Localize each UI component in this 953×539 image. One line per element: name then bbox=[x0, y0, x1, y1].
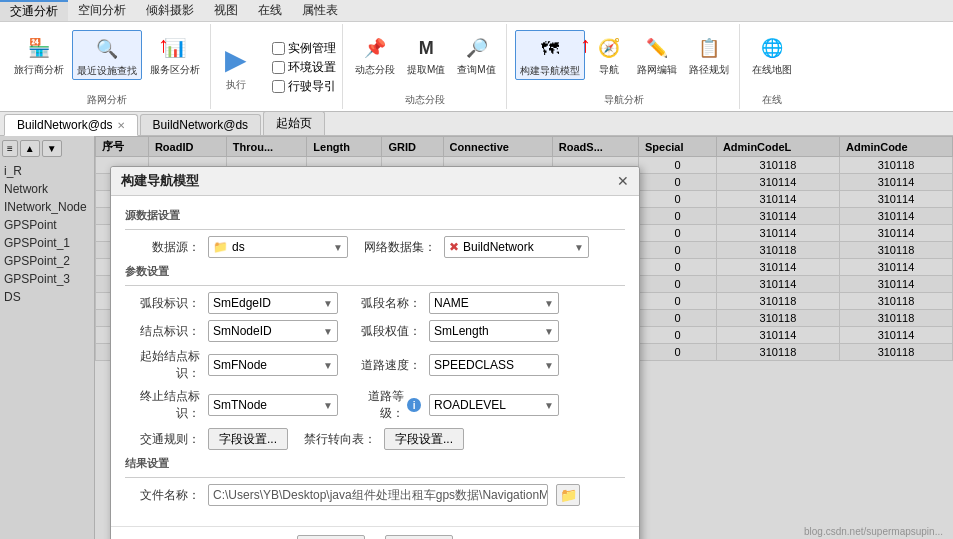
modal-close-button[interactable]: ✕ bbox=[617, 173, 629, 189]
instance-checkbox[interactable] bbox=[272, 42, 285, 55]
arc-name-arrow: ▼ bbox=[544, 298, 554, 309]
road-plan-icon: 📋 bbox=[693, 32, 725, 64]
network-arrow: ▼ bbox=[574, 242, 584, 253]
params-row-1: 弧段标识： SmEdgeID ▼ 弧段名称： NAME ▼ bbox=[125, 292, 625, 314]
ribbon-group-online: 🌐 在线地图 在线 bbox=[742, 24, 802, 109]
params-row-5: 交通规则： 字段设置... 禁行转向表： 字段设置... bbox=[125, 428, 625, 450]
params-row-3: 起始结点标识： SmFNode ▼ 道路速度： SPEEDCLASS ▼ bbox=[125, 348, 625, 382]
end-node-label: 终止结点标识： bbox=[125, 388, 200, 422]
source-divider bbox=[125, 229, 625, 230]
nav-button[interactable]: 🧭 导航 bbox=[589, 30, 629, 78]
query-m-icon: 🔎 bbox=[461, 32, 493, 64]
facility-icon: 🔍 bbox=[91, 33, 123, 65]
checkbox-env[interactable]: 环境设置 bbox=[272, 59, 336, 76]
nav-icon: 🧭 bbox=[593, 32, 625, 64]
source-section-label: 源数据设置 bbox=[125, 208, 625, 223]
modal-footer: 构建 取消 bbox=[111, 526, 639, 539]
datasource-arrow: ▼ bbox=[333, 242, 343, 253]
dynamic-icon: 📌 bbox=[359, 32, 391, 64]
road-level-info-icon[interactable]: i bbox=[407, 398, 421, 412]
facility-search-button[interactable]: 🔍 最近设施查找 bbox=[72, 30, 142, 80]
checkbox-guide[interactable]: 行驶导引 bbox=[272, 78, 336, 95]
menu-item-online[interactable]: 在线 bbox=[248, 0, 292, 21]
arc-id-select[interactable]: SmEdgeID ▼ bbox=[208, 292, 338, 314]
file-name-label: 文件名称： bbox=[125, 487, 200, 504]
menu-item-oblique[interactable]: 倾斜摄影 bbox=[136, 0, 204, 21]
ribbon-checkboxes: 实例管理 环境设置 行驶导引 bbox=[272, 36, 336, 99]
params-divider bbox=[125, 285, 625, 286]
datasource-row: 数据源： 📁 ds ▼ 网络数据集： ✖ BuildNetwork ▼ bbox=[125, 236, 625, 258]
online-map-icon: 🌐 bbox=[756, 32, 788, 64]
arc-weight-label: 弧段权值： bbox=[346, 323, 421, 340]
end-node-arrow: ▼ bbox=[323, 400, 333, 411]
network-label: 网络数据集： bbox=[356, 239, 436, 256]
datasource-select[interactable]: 📁 ds ▼ bbox=[208, 236, 348, 258]
road-level-select[interactable]: ROADLEVEL ▼ bbox=[429, 394, 559, 416]
arc-weight-arrow: ▼ bbox=[544, 326, 554, 337]
menu-item-view[interactable]: 视图 bbox=[204, 0, 248, 21]
result-divider bbox=[125, 477, 625, 478]
menu-item-traffic[interactable]: 交通分析 bbox=[0, 0, 68, 21]
online-group-label: 在线 bbox=[762, 93, 782, 107]
ribbon-group-roadnet: 🏪 旅行商分析 🔍 最近设施查找 📊 服务区分析 路网分析 bbox=[4, 24, 211, 109]
road-level-arrow: ▼ bbox=[544, 400, 554, 411]
road-speed-select[interactable]: SPEEDCLASS ▼ bbox=[429, 354, 559, 376]
extract-m-button[interactable]: M 提取M值 bbox=[403, 30, 449, 78]
file-browse-button[interactable]: 📁 bbox=[556, 484, 580, 506]
params-section-label: 参数设置 bbox=[125, 264, 625, 279]
node-id-arrow: ▼ bbox=[323, 326, 333, 337]
travel-icon: 🏪 bbox=[23, 32, 55, 64]
tab-home[interactable]: 起始页 bbox=[263, 111, 325, 135]
ribbon-group-execute: ▶ 执行 实例管理 环境设置 行驶导引 bbox=[213, 24, 343, 109]
ribbon-group-nav: 🗺 构建导航模型 🧭 导航 ✏️ 路网编辑 📋 路径规划 导航分析 bbox=[509, 24, 740, 109]
start-node-label: 起始结点标识： bbox=[125, 348, 200, 382]
build-nav-icon: 🗺 bbox=[534, 33, 566, 65]
arc-name-select[interactable]: NAME ▼ bbox=[429, 292, 559, 314]
online-map-button[interactable]: 🌐 在线地图 bbox=[748, 30, 796, 78]
dynamic-group-label: 动态分段 bbox=[405, 93, 445, 107]
params-row-2: 结点标识： SmNodeID ▼ 弧段权值： SmLength ▼ bbox=[125, 320, 625, 342]
ribbon-tools-roadnet: 🏪 旅行商分析 🔍 最近设施查找 📊 服务区分析 bbox=[10, 28, 204, 91]
tab-buildnetwork-2[interactable]: BuildNetwork@ds bbox=[140, 114, 262, 135]
road-plan-button[interactable]: 📋 路径规划 bbox=[685, 30, 733, 78]
node-id-label: 结点标识： bbox=[125, 323, 200, 340]
tab-close-active[interactable]: ✕ bbox=[117, 120, 125, 131]
menu-item-attribute[interactable]: 属性表 bbox=[292, 0, 348, 21]
checkbox-instance[interactable]: 实例管理 bbox=[272, 40, 336, 57]
file-path-input[interactable]: C:\Users\YB\Desktop\java组件处理出租车gps数据\Nav… bbox=[208, 484, 548, 506]
ribbon-tools-nav: 🗺 构建导航模型 🧭 导航 ✏️ 路网编辑 📋 路径规划 bbox=[515, 28, 733, 91]
start-node-arrow: ▼ bbox=[323, 360, 333, 371]
query-m-button[interactable]: 🔎 查询M值 bbox=[453, 30, 499, 78]
road-edit-button[interactable]: ✏️ 路网编辑 bbox=[633, 30, 681, 78]
service-icon: 📊 bbox=[159, 32, 191, 64]
result-section-label: 结果设置 bbox=[125, 456, 625, 471]
modal-title-bar: 构建导航模型 ✕ bbox=[111, 167, 639, 196]
modal-body: 源数据设置 数据源： 📁 ds ▼ 网络数据集： ✖ BuildNetwork … bbox=[111, 196, 639, 522]
tab-bar: BuildNetwork@ds ✕ BuildNetwork@ds 起始页 bbox=[0, 112, 953, 136]
env-checkbox[interactable] bbox=[272, 61, 285, 74]
node-id-select[interactable]: SmNodeID ▼ bbox=[208, 320, 338, 342]
end-node-select[interactable]: SmTNode ▼ bbox=[208, 394, 338, 416]
main-area: ≡ ▲ ▼ i_R Network INetwork_Node GPSPoint… bbox=[0, 136, 953, 539]
tab-buildnetwork-active[interactable]: BuildNetwork@ds ✕ bbox=[4, 114, 138, 136]
service-area-button[interactable]: 📊 服务区分析 bbox=[146, 30, 204, 78]
build-button[interactable]: 构建 bbox=[297, 535, 365, 539]
start-node-select[interactable]: SmFNode ▼ bbox=[208, 354, 338, 376]
travel-merchant-button[interactable]: 🏪 旅行商分析 bbox=[10, 30, 68, 78]
dynamic-seg-button[interactable]: 📌 动态分段 bbox=[351, 30, 399, 78]
guide-checkbox[interactable] bbox=[272, 80, 285, 93]
traffic-rule-button[interactable]: 字段设置... bbox=[208, 428, 288, 450]
execute-label: 执行 bbox=[226, 78, 246, 92]
arc-weight-select[interactable]: SmLength ▼ bbox=[429, 320, 559, 342]
arc-id-arrow: ▼ bbox=[323, 298, 333, 309]
road-speed-arrow: ▼ bbox=[544, 360, 554, 371]
ban-turn-button[interactable]: 字段设置... bbox=[384, 428, 464, 450]
build-nav-button[interactable]: 🗺 构建导航模型 bbox=[515, 30, 585, 80]
execute-button[interactable]: ▶ 执行 bbox=[219, 39, 253, 96]
menu-item-spatial[interactable]: 空间分析 bbox=[68, 0, 136, 21]
arc-name-label: 弧段名称： bbox=[346, 295, 421, 312]
network-select[interactable]: ✖ BuildNetwork ▼ bbox=[444, 236, 589, 258]
ribbon-tools-online: 🌐 在线地图 bbox=[748, 28, 796, 91]
cancel-button[interactable]: 取消 bbox=[385, 535, 453, 539]
extract-m-icon: M bbox=[410, 32, 442, 64]
